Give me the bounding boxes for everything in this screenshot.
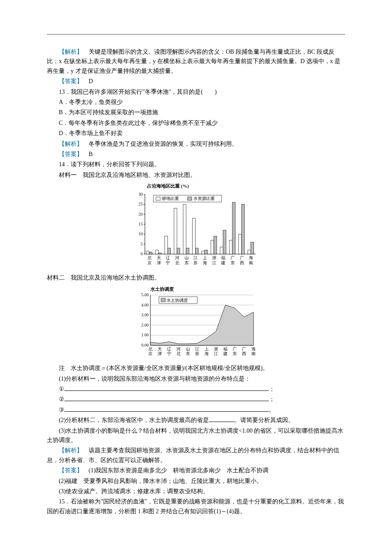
q14-analysis: 【解析】 该题主要考查我国耕地资源、水资源及水土资源在地区上的分布特点和协调度，… xyxy=(47,446,345,465)
q13-optA: A．冬季太冷，鱼类很少 xyxy=(47,98,345,107)
svg-rect-38 xyxy=(183,204,186,254)
svg-text:江: 江 xyxy=(214,351,218,356)
blank-line xyxy=(64,395,269,401)
svg-text:4.00: 4.00 xyxy=(141,302,149,307)
answer-label: 【答案】 xyxy=(59,78,83,84)
svg-rect-51 xyxy=(214,236,217,254)
svg-text:浙: 浙 xyxy=(214,347,218,351)
header-rule xyxy=(47,34,345,35)
svg-rect-62 xyxy=(239,234,242,254)
svg-text:山: 山 xyxy=(186,347,190,351)
svg-text:海: 海 xyxy=(251,347,256,351)
svg-rect-63 xyxy=(242,204,245,254)
svg-text:广: 广 xyxy=(231,255,235,260)
chart1-bar: 占沿海地区比重 (%)051015202530耕地比重水资源比重北京天津辽宁河北… xyxy=(47,182,345,271)
svg-text:25: 25 xyxy=(138,202,143,206)
svg-text:0: 0 xyxy=(141,251,143,256)
svg-rect-58 xyxy=(229,240,232,254)
svg-text:苏: 苏 xyxy=(195,351,199,356)
svg-text:5: 5 xyxy=(141,242,143,246)
svg-rect-66 xyxy=(248,250,251,254)
svg-text:5.00: 5.00 xyxy=(141,292,149,297)
svg-text:天: 天 xyxy=(158,347,162,351)
svg-text:海: 海 xyxy=(249,255,253,260)
svg-text:1.00: 1.00 xyxy=(141,332,149,337)
svg-text:宁: 宁 xyxy=(167,351,171,356)
svg-text:3.00: 3.00 xyxy=(141,312,149,317)
svg-text:建: 建 xyxy=(223,351,228,356)
q14-blank3: ③。 xyxy=(47,405,345,415)
svg-text:南: 南 xyxy=(251,351,256,356)
svg-text:福: 福 xyxy=(223,347,228,351)
svg-text:北: 北 xyxy=(147,255,152,260)
svg-text:江: 江 xyxy=(193,255,198,260)
q14-mat1: 材料一 我国北京及沿海地区耕地、水资源对比图。 xyxy=(47,171,345,180)
q13-stem: 13．我国已有许多湖区开始实行"冬季休渔"，其目的是( ) xyxy=(47,87,345,97)
svg-text:京: 京 xyxy=(147,260,152,265)
svg-text:京: 京 xyxy=(148,351,153,356)
svg-rect-31 xyxy=(168,248,171,254)
svg-text:广: 广 xyxy=(233,347,237,351)
blank-line xyxy=(64,384,269,391)
svg-text:江: 江 xyxy=(195,347,199,351)
svg-text:上: 上 xyxy=(205,347,209,351)
svg-text:上: 上 xyxy=(203,255,207,260)
q14-blank2: ②； xyxy=(47,395,345,404)
svg-rect-50 xyxy=(211,240,214,254)
svg-rect-34 xyxy=(174,208,177,254)
svg-rect-86 xyxy=(161,298,165,302)
svg-rect-47 xyxy=(205,250,208,254)
q12-analysis: 【解析】 关键是理解图示的含义。读图理解图示内容的含义：OB 段捕鱼量与再生量成… xyxy=(47,47,345,76)
svg-rect-23 xyxy=(149,252,152,254)
answer-label: 【答案】 xyxy=(59,467,83,474)
q13-answer: 【答案】 B xyxy=(47,150,345,159)
svg-rect-46 xyxy=(202,251,205,254)
q14-answer3: (3)使农业减产。跨流域调水；修建水库；调整农业结构。 xyxy=(47,487,345,496)
svg-rect-55 xyxy=(223,230,226,254)
svg-text:建: 建 xyxy=(221,260,225,265)
q13-optB: B．为本区可持续发展采取的一项措施 xyxy=(47,108,345,117)
q14-sub1: (1)分析材料一，说明我国东部沿海地区水资源与耕地资源的分布特点是： xyxy=(47,374,345,384)
svg-text:北: 北 xyxy=(175,260,179,265)
answer-label: 【答案】 xyxy=(59,151,83,157)
chart2-area: 水土协调度0.001.002.003.004.005.00水土协调度北京天津辽宁… xyxy=(47,286,345,361)
svg-text:15: 15 xyxy=(138,222,143,226)
svg-text:河: 河 xyxy=(175,255,179,260)
svg-text:山: 山 xyxy=(184,255,189,260)
svg-text:20: 20 xyxy=(138,212,143,217)
svg-text:0.00: 0.00 xyxy=(141,343,149,347)
svg-text:东: 东 xyxy=(233,351,237,356)
svg-rect-22 xyxy=(146,251,149,254)
analysis-label: 【解析】 xyxy=(59,447,83,454)
svg-text:宁: 宁 xyxy=(166,260,170,265)
q14-sub3: (3)水土协调度小的影响是什么？结合材料，说明我国北方水土协调度<1.00 的省… xyxy=(47,426,345,445)
svg-text:海: 海 xyxy=(203,260,207,265)
svg-text:广: 广 xyxy=(240,255,244,260)
svg-text:10: 10 xyxy=(138,231,143,236)
q14-answer2: (2)福建 受夏季风和台风影响，降水丰沛；山地、丘陵比重大，耕地比重小。 xyxy=(47,477,345,486)
svg-text:西: 西 xyxy=(242,351,246,356)
svg-rect-27 xyxy=(159,253,161,254)
svg-rect-39 xyxy=(186,248,189,254)
svg-text:水土协调度: 水土协调度 xyxy=(150,286,174,292)
svg-text:广: 广 xyxy=(242,347,246,351)
svg-rect-42 xyxy=(193,218,196,254)
q13-optD: D．冬季市场上鱼不好卖 xyxy=(47,129,345,138)
q14-sub2: (2)分析材料二，东部沿海省区中，水土协调度最高的省是。请简要分析其成因。 xyxy=(47,416,345,425)
svg-rect-54 xyxy=(220,247,223,254)
svg-text:2.00: 2.00 xyxy=(141,323,149,327)
blank-line xyxy=(64,405,269,412)
svg-text:北: 北 xyxy=(176,351,181,356)
svg-text:津: 津 xyxy=(158,351,162,356)
svg-text:占沿海地区比重 (%): 占沿海地区比重 (%) xyxy=(147,183,189,189)
svg-text:辽: 辽 xyxy=(167,347,171,351)
svg-rect-20 xyxy=(187,197,192,200)
svg-text:苏: 苏 xyxy=(193,260,198,265)
svg-text:天: 天 xyxy=(157,255,161,260)
q14-note: 注 水土协调度＝(本区水资源量/全区水资源量)/(本区耕地规模/全区耕地规模)。 xyxy=(47,364,345,373)
svg-text:津: 津 xyxy=(157,260,161,265)
svg-text:东: 东 xyxy=(186,351,190,356)
svg-text:浙: 浙 xyxy=(212,255,216,260)
svg-rect-67 xyxy=(251,242,254,254)
q14-answer1: 【答案】 (1)我国东部水资源是南多北少 耕地资源北多南少 水土配合不协调 xyxy=(47,466,345,475)
